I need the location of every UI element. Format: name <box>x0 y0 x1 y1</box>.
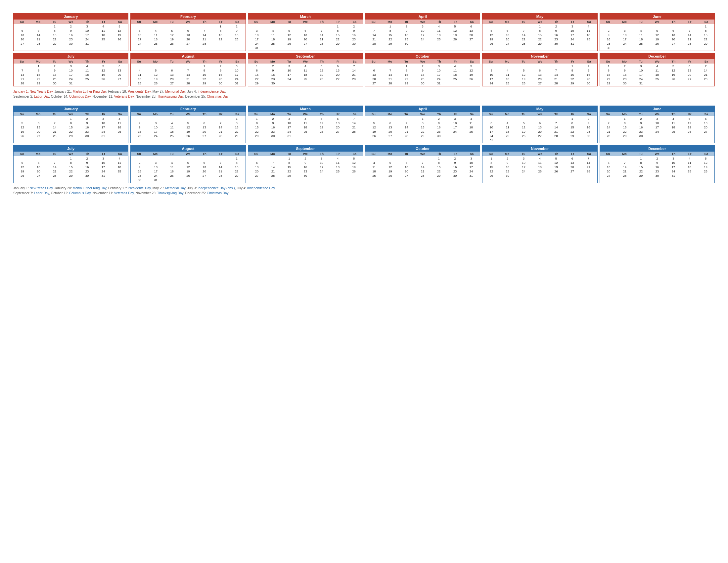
empty-day <box>548 117 564 121</box>
calendar-grid-2019: JanuarySuMoTuWeThFrSa1234567891011121314… <box>13 13 715 86</box>
dow-cell: Tu <box>515 20 531 23</box>
day-cell: 26 <box>516 134 532 138</box>
day-cell: 22 <box>249 77 265 81</box>
day-cell: 17 <box>148 129 164 134</box>
day-cell: 30 <box>580 134 597 138</box>
day-cell: 2 <box>79 156 95 161</box>
day-cell: 14 <box>346 68 362 72</box>
day-cell: 6 <box>196 121 212 125</box>
day-cell: 20 <box>14 37 30 41</box>
day-cell: 12 <box>483 33 499 37</box>
day-cell: 4 <box>532 156 548 161</box>
day-cell: 17 <box>249 37 265 41</box>
dow-cell: We <box>649 60 665 63</box>
day-cell: 24 <box>649 129 665 134</box>
days-grid-july: 1234567891011121314151617181920212223242… <box>14 156 128 178</box>
day-cell: 16 <box>131 129 148 134</box>
day-cell: 19 <box>14 169 30 173</box>
day-cell: 9 <box>265 121 281 125</box>
dow-row-july: SuMoTuWeThFrSa <box>14 59 128 64</box>
dow-row-march: SuMoTuWeThFrSa <box>248 20 363 24</box>
day-cell: 25 <box>499 81 516 85</box>
day-cell: 8 <box>564 68 580 72</box>
empty-day <box>196 117 212 121</box>
month-header-february: February <box>131 14 245 20</box>
days-grid-april: 1234567891011121314151617181920212223242… <box>365 116 480 139</box>
empty-day <box>483 64 499 68</box>
day-cell: 10 <box>483 125 499 129</box>
day-cell: 31 <box>281 134 297 138</box>
dow-row-february: SuMoTuWeThFrSa <box>131 20 245 24</box>
dow-cell: Tu <box>46 60 63 63</box>
day-cell: 29 <box>382 41 398 46</box>
day-cell: 24 <box>148 134 164 138</box>
empty-day <box>180 24 196 28</box>
day-cell: 2 <box>447 156 463 161</box>
dow-cell: Su <box>248 20 264 23</box>
day-cell: 23 <box>47 77 63 81</box>
dow-cell: We <box>297 112 313 116</box>
day-cell: 12 <box>95 68 112 72</box>
day-cell: 12 <box>649 33 665 37</box>
day-cell: 19 <box>95 72 112 77</box>
day-cell: 9 <box>346 28 362 33</box>
day-cell: 29 <box>483 173 499 178</box>
day-cell: 17 <box>281 72 297 77</box>
dow-cell: We <box>649 152 665 156</box>
day-cell: 24 <box>617 41 633 46</box>
dow-cell: Fr <box>682 60 698 63</box>
day-cell: 3 <box>431 64 447 68</box>
day-cell: 16 <box>265 125 281 129</box>
dow-cell: We <box>180 152 196 156</box>
day-cell: 11 <box>649 68 665 72</box>
day-cell: 20 <box>398 169 415 173</box>
empty-day <box>212 156 229 161</box>
day-cell: 5 <box>698 156 714 161</box>
dow-row-august: SuMoTuWeThFrSa <box>131 152 245 156</box>
day-cell: 2 <box>79 117 95 121</box>
dow-cell: Su <box>248 152 264 156</box>
day-cell: 14 <box>180 72 196 77</box>
day-cell: 19 <box>148 77 164 81</box>
dow-cell: Tu <box>163 152 180 156</box>
day-cell: 19 <box>463 72 479 77</box>
empty-day <box>601 117 617 121</box>
day-cell: 5 <box>447 24 463 28</box>
day-cell: 24 <box>463 169 479 173</box>
day-cell: 3 <box>313 156 330 161</box>
day-cell: 27 <box>196 134 212 138</box>
day-cell: 17 <box>431 72 447 77</box>
day-cell: 24 <box>564 37 580 41</box>
dow-row-november: SuMoTuWeThFrSa <box>482 152 597 156</box>
day-cell: 7 <box>313 28 330 33</box>
day-cell: 15 <box>698 33 714 37</box>
days-grid-april: 1234567891011121314151617181920212223242… <box>365 24 480 46</box>
day-cell: 7 <box>265 161 281 165</box>
day-cell: 8 <box>229 121 245 125</box>
day-cell: 23 <box>79 169 95 173</box>
day-cell: 23 <box>447 169 463 173</box>
month-header-august: August <box>131 53 245 59</box>
dow-cell: Th <box>196 152 212 156</box>
day-cell: 8 <box>212 28 229 33</box>
dow-cell: Mo <box>147 112 163 116</box>
day-cell: 30 <box>131 178 148 182</box>
day-cell: 4 <box>665 117 681 121</box>
day-cell: 30 <box>212 81 229 85</box>
day-cell: 23 <box>580 129 597 134</box>
days-grid-march: 1234567891011121314151617181920212223242… <box>248 116 363 139</box>
day-cell: 10 <box>313 161 330 165</box>
day-cell: 12 <box>14 125 30 129</box>
day-cell: 4 <box>499 68 516 72</box>
day-cell: 14 <box>212 125 229 129</box>
day-cell: 4 <box>649 64 665 68</box>
empty-day <box>499 24 516 28</box>
day-cell: 9 <box>229 28 245 33</box>
day-cell: 4 <box>131 68 148 72</box>
day-cell: 27 <box>164 81 180 85</box>
day-cell: 25 <box>366 173 382 178</box>
day-cell: 12 <box>698 161 714 165</box>
empty-day <box>47 156 63 161</box>
day-cell: 26 <box>463 77 479 81</box>
day-cell: 26 <box>180 173 196 178</box>
